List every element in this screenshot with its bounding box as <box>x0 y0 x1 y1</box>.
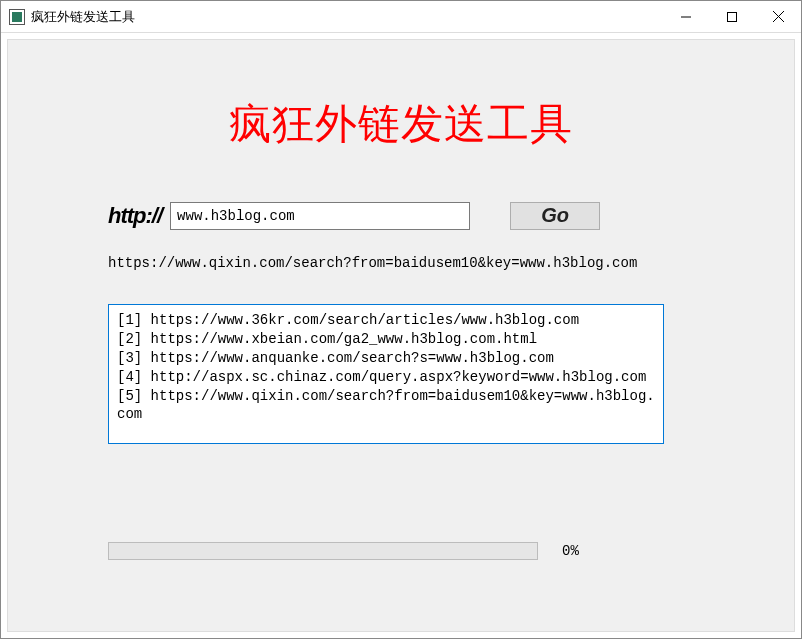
maximize-icon <box>727 12 737 22</box>
progress-percent-label: 0% <box>562 543 579 559</box>
input-row: http:// Go <box>108 200 694 232</box>
heading-text: 疯狂外链发送工具 <box>229 101 573 147</box>
window-controls <box>663 1 801 32</box>
progress-bar <box>108 542 538 560</box>
window-title: 疯狂外链发送工具 <box>31 8 135 26</box>
maximize-button[interactable] <box>709 1 755 32</box>
log-output[interactable]: [1] https://www.36kr.com/search/articles… <box>108 304 664 444</box>
titlebar: 疯狂外链发送工具 <box>1 1 801 33</box>
minimize-icon <box>681 12 691 22</box>
app-icon <box>9 9 25 25</box>
minimize-button[interactable] <box>663 1 709 32</box>
close-button[interactable] <box>755 1 801 32</box>
client-area: 疯狂外链发送工具 http:// Go https://www.qixin.co… <box>7 39 795 632</box>
svg-rect-1 <box>728 12 737 21</box>
go-button[interactable]: Go <box>510 202 600 230</box>
heading: 疯狂外链发送工具 <box>8 96 794 152</box>
url-input[interactable] <box>170 202 470 230</box>
progress-row: 0% <box>108 540 694 562</box>
close-icon <box>773 11 784 22</box>
protocol-label: http:// <box>108 203 162 229</box>
app-window: 疯狂外链发送工具 疯狂外链发送工具 http:// Go https://www… <box>0 0 802 639</box>
current-url-status: https://www.qixin.com/search?from=baidus… <box>108 255 714 271</box>
